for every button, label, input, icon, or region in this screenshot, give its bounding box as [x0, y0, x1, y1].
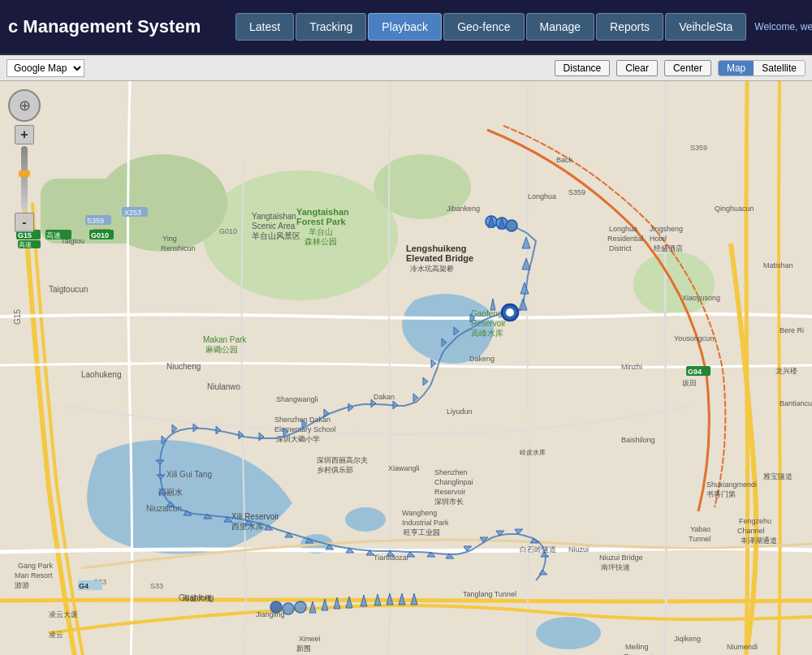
svg-marker-168 — [239, 431, 244, 439]
svg-marker-150 — [522, 237, 530, 248]
svg-point-199 — [283, 603, 294, 614]
svg-marker-154 — [490, 299, 495, 310]
map-controls: ⊕ + - — [8, 89, 41, 232]
app-title: c Management System — [0, 16, 227, 37]
svg-marker-162 — [371, 399, 376, 407]
nav-geofence[interactable]: Geo-fence — [443, 13, 524, 41]
svg-marker-203 — [334, 597, 340, 609]
nav-latest[interactable]: Latest — [235, 13, 294, 41]
distance-button[interactable]: Distance — [555, 60, 611, 76]
center-button[interactable]: Center — [664, 60, 711, 76]
svg-marker-209 — [411, 593, 417, 605]
svg-marker-207 — [387, 593, 393, 605]
svg-marker-151 — [522, 258, 530, 269]
svg-marker-176 — [166, 502, 175, 506]
svg-point-149 — [506, 308, 514, 317]
svg-marker-157 — [442, 338, 447, 347]
svg-point-147 — [506, 220, 517, 231]
svg-marker-205 — [361, 595, 367, 606]
zoom-out-button[interactable]: - — [15, 213, 34, 232]
map-container[interactable]: G15 S359 S359 S33 S33 G010 Taigtoucun La… — [0, 81, 812, 655]
svg-marker-174 — [157, 475, 165, 479]
svg-marker-204 — [346, 597, 352, 608]
svg-marker-196 — [541, 552, 549, 557]
map-type-selector[interactable]: Google Map Baidu Map OpenStreet — [6, 59, 84, 77]
svg-marker-161 — [393, 401, 398, 409]
svg-marker-208 — [399, 593, 405, 605]
svg-marker-173 — [156, 460, 164, 464]
svg-marker-170 — [193, 424, 198, 432]
clear-button[interactable]: Clear — [616, 60, 658, 76]
header: c Management System Latest Tracking Play… — [0, 0, 812, 55]
svg-marker-201 — [309, 601, 316, 613]
svg-marker-158 — [431, 360, 436, 368]
map-type-tabs: Map Satellite — [718, 60, 806, 76]
zoom-in-button[interactable]: + — [15, 125, 34, 144]
nav-vehiclestat[interactable]: VeihcleSta — [665, 13, 746, 41]
nav-tracking[interactable]: Tracking — [296, 13, 366, 41]
svg-marker-206 — [374, 594, 381, 605]
welcome-text: Welcome, weilichang — [754, 21, 812, 32]
svg-marker-197 — [539, 570, 547, 575]
compass-control[interactable]: ⊕ — [8, 89, 41, 122]
svg-marker-169 — [216, 426, 221, 434]
svg-point-198 — [270, 601, 282, 613]
map-tab-satellite[interactable]: Satellite — [754, 61, 805, 75]
map-type-dropdown[interactable]: Google Map Baidu Map OpenStreet — [6, 59, 84, 77]
map-tab-map[interactable]: Map — [719, 61, 754, 75]
nav-reports[interactable]: Reports — [596, 13, 663, 41]
nav-manage[interactable]: Manage — [526, 13, 595, 41]
svg-marker-153 — [519, 299, 527, 310]
svg-point-200 — [295, 601, 306, 613]
user-info: Welcome, weilichang Modify Password Exit — [754, 21, 812, 32]
zoom-slider[interactable] — [21, 146, 28, 211]
svg-marker-163 — [348, 403, 353, 412]
zoom-handle[interactable] — [19, 170, 30, 177]
svg-marker-155 — [470, 314, 475, 322]
svg-marker-202 — [322, 599, 328, 610]
toolbar: Google Map Baidu Map OpenStreet Distance… — [0, 55, 812, 81]
svg-marker-167 — [259, 433, 264, 441]
svg-marker-156 — [454, 327, 459, 335]
main-nav: Latest Tracking Playback Geo-fence Manag… — [227, 13, 754, 41]
zoom-controls: + - — [8, 125, 41, 232]
svg-marker-159 — [423, 377, 428, 386]
svg-marker-175 — [158, 489, 166, 493]
nav-playback[interactable]: Playback — [368, 13, 442, 41]
